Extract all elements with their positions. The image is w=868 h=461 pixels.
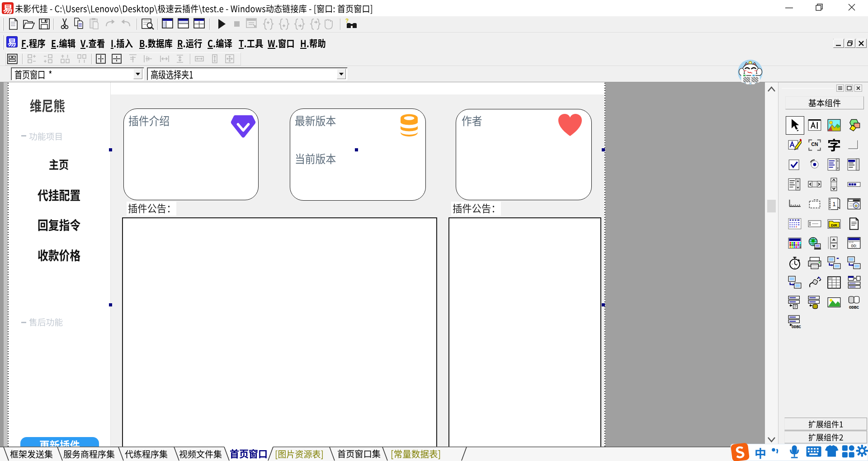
svg-text:?: ?	[345, 18, 349, 24]
svg-text:ODBC: ODBC	[849, 305, 859, 309]
svg-text:00:: 00:	[851, 244, 857, 248]
svg-text:1: 1	[832, 201, 835, 207]
svg-text:ODBC: ODBC	[792, 325, 801, 329]
svg-text:DIR: DIR	[831, 223, 837, 227]
svg-text:CN: CN	[811, 142, 818, 147]
